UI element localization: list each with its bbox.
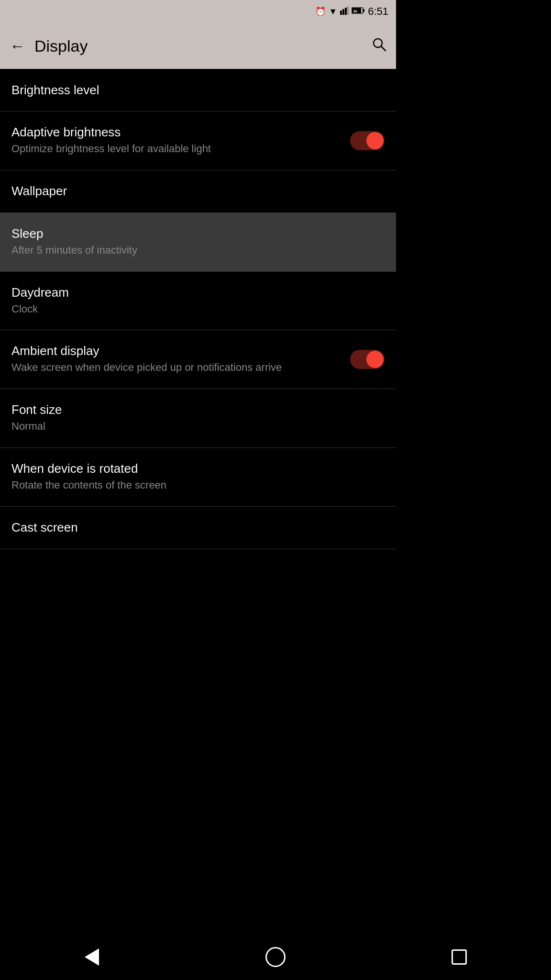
settings-row-brightness-level[interactable]: Brightness level — [0, 69, 396, 111]
settings-title: When device is rotated — [11, 461, 385, 476]
signal-icon — [340, 6, 349, 17]
settings-row-sleep[interactable]: Sleep After 5 minutes of inactivity — [0, 213, 396, 271]
settings-row-ambient-display[interactable]: Ambient display Wake screen when device … — [0, 330, 396, 389]
adaptive-brightness-toggle[interactable] — [350, 131, 385, 150]
settings-row-content: When device is rotated Rotate the conten… — [11, 461, 385, 493]
settings-row-content: Ambient display Wake screen when device … — [11, 344, 350, 375]
settings-title: Wallpaper — [11, 184, 385, 199]
svg-rect-2 — [345, 8, 347, 15]
alarm-icon: ⏰ — [315, 6, 326, 17]
settings-row-content: Cast screen — [11, 520, 385, 535]
wifi-icon: ▼ — [329, 7, 337, 17]
settings-row-content: Adaptive brightness Optimize brightness … — [11, 125, 350, 156]
svg-rect-6 — [363, 9, 364, 12]
settings-title: Daydream — [11, 285, 385, 300]
status-bar: ⏰ ▼ 80 6:51 — [0, 0, 396, 23]
settings-title: Sleep — [11, 226, 385, 241]
settings-title: Adaptive brightness — [11, 125, 350, 140]
settings-subtitle: After 5 minutes of inactivity — [11, 243, 385, 258]
toggle-knob — [366, 351, 384, 368]
settings-row-content: Daydream Clock — [11, 285, 385, 317]
settings-row-daydream[interactable]: Daydream Clock — [0, 272, 396, 330]
svg-text:80: 80 — [353, 10, 357, 13]
battery-icon: 80 — [352, 7, 365, 17]
settings-title: Cast screen — [11, 520, 385, 535]
app-bar: ← Display — [0, 23, 396, 69]
svg-line-9 — [381, 46, 386, 51]
search-button[interactable] — [371, 36, 386, 56]
settings-subtitle: Rotate the contents of the screen — [11, 478, 385, 493]
divider — [0, 549, 396, 549]
settings-row-content: Font size Normal — [11, 402, 385, 434]
settings-title: Brightness level — [11, 83, 385, 98]
toggle-knob — [366, 132, 384, 149]
settings-subtitle: Wake screen when device picked up or not… — [11, 360, 350, 375]
settings-subtitle: Clock — [11, 302, 385, 317]
back-button[interactable]: ← — [10, 38, 25, 54]
settings-row-cast-screen[interactable]: Cast screen — [0, 507, 396, 549]
settings-row-wallpaper[interactable]: Wallpaper — [0, 170, 396, 212]
page-title: Display — [34, 37, 362, 56]
settings-row-content: Wallpaper — [11, 184, 385, 199]
settings-subtitle: Optimize brightness level for available … — [11, 142, 350, 156]
status-icons: ⏰ ▼ 80 6:51 — [315, 5, 388, 18]
settings-list: Brightness level Adaptive brightness Opt… — [0, 69, 396, 595]
settings-row-content: Sleep After 5 minutes of inactivity — [11, 226, 385, 258]
settings-row-device-rotation[interactable]: When device is rotated Rotate the conten… — [0, 448, 396, 506]
svg-rect-3 — [347, 6, 349, 15]
settings-row-font-size[interactable]: Font size Normal — [0, 389, 396, 447]
settings-title: Ambient display — [11, 344, 350, 358]
settings-subtitle: Normal — [11, 419, 385, 434]
svg-rect-0 — [340, 11, 342, 15]
settings-row-adaptive-brightness[interactable]: Adaptive brightness Optimize brightness … — [0, 111, 396, 170]
svg-rect-1 — [342, 9, 344, 15]
ambient-display-toggle[interactable] — [350, 350, 385, 369]
settings-row-content: Brightness level — [11, 83, 385, 98]
status-time: 6:51 — [368, 5, 388, 18]
settings-title: Font size — [11, 402, 385, 417]
